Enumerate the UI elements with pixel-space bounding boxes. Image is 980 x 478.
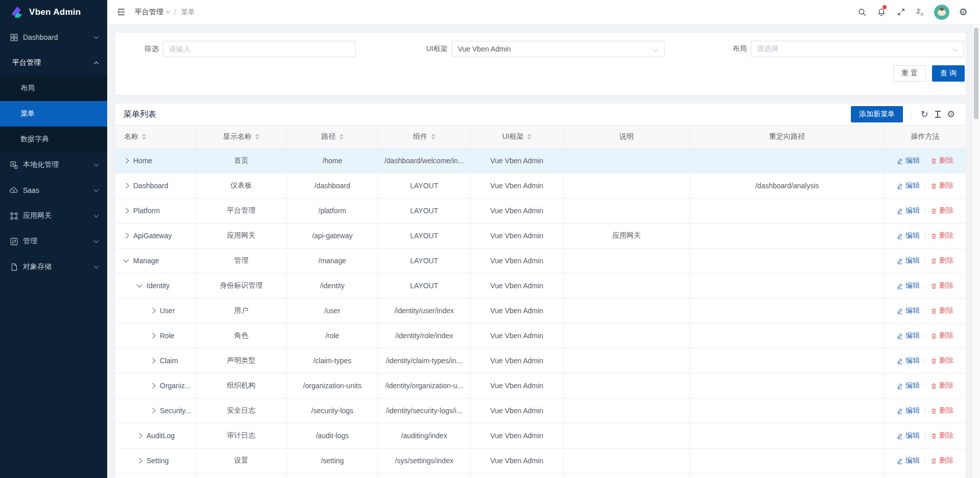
delete-button[interactable]: 删除 — [930, 331, 953, 340]
table-row[interactable]: Manage 管理 /manage LAYOUT Vue Vben Admin … — [115, 248, 966, 273]
table-row[interactable]: Identity 身份标识管理 /identity LAYOUT Vue Vbe… — [115, 273, 966, 298]
edit-button[interactable]: 编辑 — [897, 181, 920, 190]
delete-button[interactable]: 删除 — [930, 281, 953, 290]
table-row[interactable]: AuditLog 审计日志 /audit-logs /auditing/inde… — [115, 423, 966, 448]
edit-button[interactable]: 编辑 — [897, 306, 920, 315]
column-header[interactable]: 名称 — [115, 125, 196, 148]
refresh-icon[interactable]: ↻ — [918, 108, 931, 121]
app-logo[interactable]: Vben Admin — [0, 0, 107, 24]
sidebar-item-localization[interactable]: 本地化管理 — [0, 152, 107, 178]
page-title: 菜单列表 — [124, 109, 156, 120]
expand-chevron-icon[interactable] — [123, 257, 129, 262]
sidebar-item-object-storage[interactable]: 对象存储 — [0, 254, 107, 280]
search-icon[interactable] — [852, 0, 872, 24]
edit-button[interactable]: 编辑 — [897, 406, 920, 415]
sidebar-item-manage[interactable]: 管理 — [0, 229, 107, 254]
sidebar-item-platform-management[interactable]: 平台管理 — [0, 50, 107, 76]
bell-icon[interactable] — [872, 0, 891, 24]
expand-chevron-icon[interactable] — [136, 282, 142, 287]
sidebar-item-api-gateway[interactable]: 应用网关 — [0, 203, 107, 229]
delete-button[interactable]: 删除 — [930, 356, 953, 365]
scrollbar-thumb[interactable] — [974, 28, 978, 119]
delete-button[interactable]: 删除 — [930, 231, 953, 240]
edit-button[interactable]: 编辑 — [897, 156, 920, 165]
sort-icon[interactable] — [527, 134, 531, 140]
expand-chevron-icon[interactable] — [136, 433, 142, 438]
translate-icon[interactable]: 文 A — [911, 0, 930, 24]
table-row[interactable]: Role 角色 /role /identity/role/index Vue V… — [115, 323, 966, 348]
edit-button[interactable]: 编辑 — [897, 431, 920, 440]
action-divider — [925, 257, 925, 264]
gear-icon[interactable]: ⚙ — [953, 0, 973, 24]
sidebar-item-layout[interactable]: 布局 — [0, 76, 107, 101]
edit-button[interactable]: 编辑 — [897, 281, 920, 290]
table-row[interactable]: Organiz... 组织机构 /organization-units /ide… — [115, 373, 966, 398]
table-row[interactable]: Dashboard 仪表板 /dashboard LAYOUT Vue Vben… — [115, 173, 966, 198]
expand-chevron-icon[interactable] — [150, 408, 155, 413]
sidebar-item-dashboard[interactable]: Dashboard — [0, 24, 107, 50]
table-row[interactable]: ApiGateway 应用网关 /api-gateway LAYOUT Vue … — [115, 223, 966, 248]
add-menu-button[interactable]: 添加新菜单 — [851, 106, 903, 122]
delete-button[interactable]: 删除 — [930, 456, 953, 465]
table-row[interactable]: Home 首页 /home /dashboard/welcome/in... V… — [115, 148, 966, 173]
sidebar-item-menu[interactable]: 菜单 — [0, 101, 107, 127]
delete-button[interactable]: 删除 — [930, 256, 953, 265]
expand-chevron-icon[interactable] — [123, 183, 129, 188]
table-row[interactable]: 编辑 删除 — [115, 473, 966, 478]
row-height-icon[interactable] — [931, 108, 944, 121]
table-row[interactable]: Setting 设置 /setting /sys/settings/index … — [115, 448, 966, 473]
collapse-sidebar-icon[interactable] — [114, 6, 128, 19]
edit-button[interactable]: 编辑 — [897, 381, 920, 390]
delete-button[interactable]: 删除 — [930, 431, 953, 440]
delete-button[interactable]: 删除 — [930, 406, 953, 415]
column-header[interactable]: 路径 — [287, 125, 378, 148]
breadcrumb-parent[interactable]: 平台管理 — [135, 8, 169, 17]
cell-path: /role — [287, 323, 378, 348]
reset-button[interactable]: 重 置 — [893, 65, 926, 82]
expand-chevron-icon[interactable] — [150, 308, 155, 313]
delete-button[interactable]: 删除 — [930, 181, 953, 190]
sort-icon[interactable] — [339, 134, 344, 140]
delete-button[interactable]: 删除 — [930, 306, 953, 315]
expand-chevron-icon[interactable] — [136, 458, 142, 463]
edit-button[interactable]: 编辑 — [897, 456, 920, 465]
expand-chevron-icon[interactable] — [123, 208, 129, 213]
edit-button[interactable]: 编辑 — [897, 331, 920, 340]
sort-icon[interactable] — [142, 134, 146, 140]
fullscreen-icon[interactable] — [891, 0, 911, 24]
column-header[interactable]: 组件 — [378, 125, 471, 148]
trash-icon — [930, 433, 937, 439]
expand-chevron-icon[interactable] — [123, 233, 129, 238]
search-button[interactable]: 查 询 — [932, 65, 965, 82]
expand-chevron-icon[interactable] — [123, 158, 129, 163]
menu-table: 名称显示名称路径组件UI框架说明重定向路径操作方法 Home 首页 /home … — [115, 125, 966, 478]
sort-icon[interactable] — [255, 134, 259, 140]
expand-chevron-icon[interactable] — [150, 383, 155, 388]
table-row[interactable]: User 用户 /user /identity/user/index Vue V… — [115, 298, 966, 323]
layout-select[interactable]: 请选择 — [751, 41, 964, 57]
vertical-scrollbar[interactable] — [972, 24, 980, 478]
edit-button[interactable]: 编辑 — [897, 256, 920, 265]
sidebar-item-data-dictionary[interactable]: 数据字典 — [0, 127, 107, 152]
sort-icon[interactable] — [431, 134, 435, 140]
table-row[interactable]: Security... 安全日志 /security-logs /identit… — [115, 398, 966, 423]
filter-input[interactable] — [163, 41, 356, 57]
column-settings-gear-icon[interactable]: ⚙ — [944, 108, 958, 121]
ui-framework-select[interactable]: Vue Vben Admin — [452, 41, 665, 57]
table-row[interactable]: Platform 平台管理 /platform LAYOUT Vue Vben … — [115, 198, 966, 223]
column-header[interactable]: 显示名称 — [196, 125, 287, 148]
locale-icon — [9, 160, 18, 169]
column-header[interactable]: UI框架 — [471, 125, 564, 148]
sidebar-item-saas[interactable]: Saas — [0, 178, 107, 203]
edit-button[interactable]: 编辑 — [897, 356, 920, 365]
delete-button[interactable]: 删除 — [930, 206, 953, 215]
delete-button[interactable]: 删除 — [930, 156, 953, 165]
edit-button[interactable]: 编辑 — [897, 206, 920, 215]
expand-chevron-icon[interactable] — [150, 333, 155, 338]
delete-button[interactable]: 删除 — [930, 381, 953, 390]
edit-button[interactable]: 编辑 — [897, 231, 920, 240]
user-avatar[interactable] — [934, 5, 949, 20]
chevron-down-icon — [94, 34, 99, 39]
table-row[interactable]: Claim 声明类型 /claim-types /identity/claim-… — [115, 348, 966, 373]
expand-chevron-icon[interactable] — [150, 358, 155, 363]
